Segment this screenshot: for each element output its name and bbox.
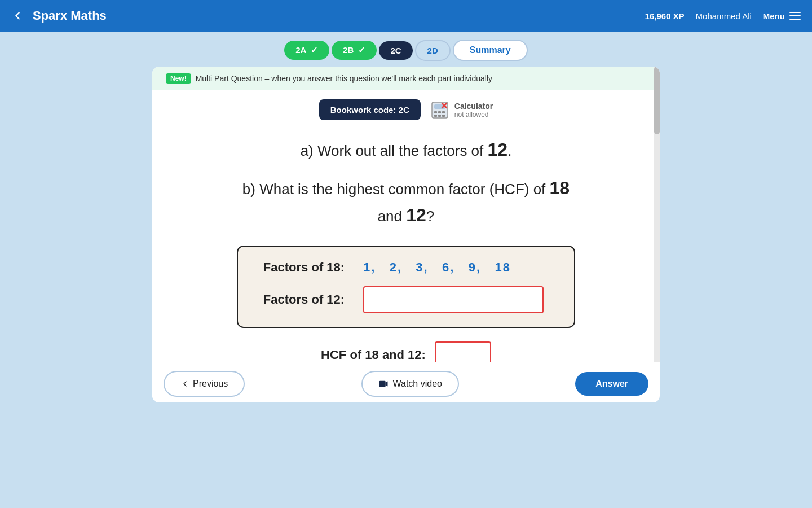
check-icon: ✓ <box>358 45 365 55</box>
previous-button[interactable]: Previous <box>164 371 245 397</box>
svg-rect-3 <box>438 111 441 113</box>
svg-rect-6 <box>438 115 441 117</box>
watch-video-label: Watch video <box>393 379 442 389</box>
banner-text: Multi Part Question – when you answer th… <box>196 74 492 83</box>
main-container: New! Multi Part Question – when you answ… <box>0 67 812 402</box>
tab-summary[interactable]: Summary <box>453 40 528 61</box>
back-button[interactable] <box>11 10 24 22</box>
app-logo: Sparx Maths <box>33 8 645 23</box>
tabs-container: 2A ✓ 2B ✓ 2C 2D Summary <box>0 32 812 67</box>
number-18: 18 <box>550 178 570 198</box>
question-part-a: a) Work out all the factors of 12. <box>186 136 626 163</box>
factors-12-row: Factors of 12: <box>256 286 556 313</box>
svg-rect-2 <box>434 111 437 113</box>
calculator-info: Calculator not allowed <box>430 100 493 120</box>
watch-video-button[interactable]: Watch video <box>361 371 459 397</box>
bookwork-area: Bookwork code: 2C Calculat <box>152 90 660 125</box>
factors-12-label: Factors of 12: <box>256 292 352 307</box>
tab-2b[interactable]: 2B ✓ <box>332 41 377 60</box>
scrollbar-track <box>654 67 660 402</box>
svg-rect-7 <box>442 115 445 117</box>
hcf-label: HCF of 18 and 12: <box>321 348 426 362</box>
check-icon: ✓ <box>311 45 318 55</box>
hamburger-icon <box>789 12 801 20</box>
bookwork-code-button[interactable]: Bookwork code: 2C <box>319 99 421 120</box>
answer-table: Factors of 18: 1, 2, 3, 6, 9, 18 Factors… <box>237 246 575 328</box>
menu-label: Menu <box>763 11 785 21</box>
tab-2a[interactable]: 2A ✓ <box>284 41 329 60</box>
xp-display: 16,960 XP <box>645 11 685 21</box>
video-icon <box>378 379 389 389</box>
content-card: New! Multi Part Question – when you answ… <box>152 67 660 402</box>
previous-label: Previous <box>193 379 228 389</box>
tab-2d[interactable]: 2D <box>415 40 451 61</box>
factors-18-row: Factors of 18: 1, 2, 3, 6, 9, 18 <box>256 260 556 275</box>
number-12b: 12 <box>406 205 426 225</box>
svg-rect-5 <box>434 115 437 117</box>
svg-rect-4 <box>442 111 445 113</box>
scrollbar-thumb[interactable] <box>654 67 660 134</box>
question-container: a) Work out all the factors of 12. b) Wh… <box>152 125 660 391</box>
header: Sparx Maths 16,960 XP Mohammed Ali Menu <box>0 0 812 32</box>
calculator-icon <box>430 100 450 120</box>
question-part-b: b) What is the highest common factor (HC… <box>186 174 626 229</box>
header-right: 16,960 XP Mohammed Ali Menu <box>645 11 801 21</box>
number-12a: 12 <box>488 139 508 160</box>
tab-2c[interactable]: 2C <box>379 41 412 60</box>
svg-rect-10 <box>379 381 385 387</box>
menu-button[interactable]: Menu <box>763 11 801 21</box>
username-display: Mohammed Ali <box>696 11 752 21</box>
svg-marker-11 <box>385 382 387 387</box>
bottom-bar: Previous Watch video Answer <box>152 362 660 402</box>
factors-12-input[interactable] <box>363 286 544 313</box>
calculator-text: Calculator not allowed <box>454 102 493 119</box>
chevron-left-icon <box>180 379 189 388</box>
factors-18-values: 1, 2, 3, 6, 9, 18 <box>363 260 511 275</box>
answer-button[interactable]: Answer <box>575 372 648 396</box>
new-banner: New! Multi Part Question – when you answ… <box>152 67 660 90</box>
new-badge: New! <box>166 73 191 84</box>
factors-18-label: Factors of 18: <box>256 260 352 275</box>
